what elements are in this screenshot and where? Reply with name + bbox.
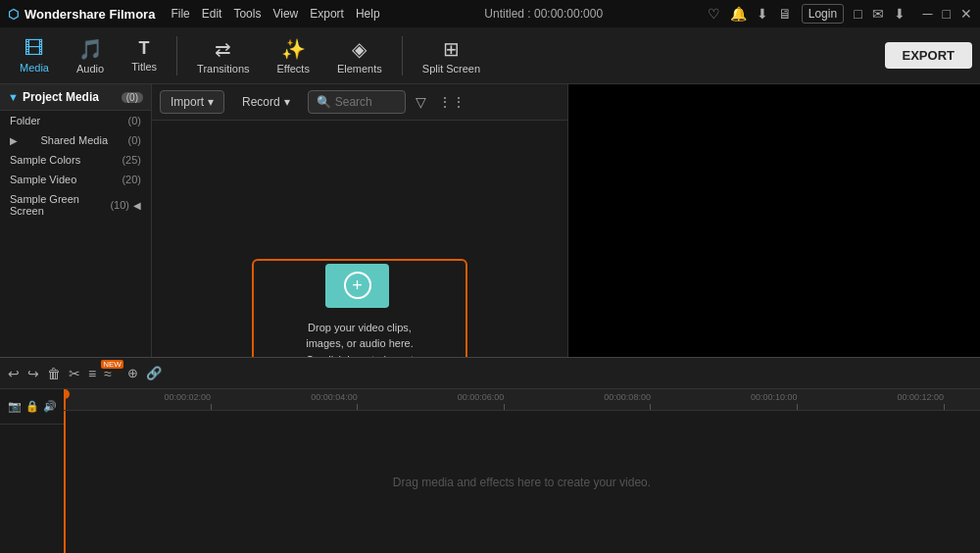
new-badge: NEW	[101, 360, 123, 369]
maximize-btn[interactable]: □	[943, 6, 951, 22]
folder-count: (0)	[128, 115, 141, 126]
timeline-ruler: 00:00:00:00 00:00:02:00 00:00:04:00 00:0…	[64, 389, 980, 553]
transitions-icon: ⇄	[215, 37, 231, 61]
tool-transitions-label: Transitions	[197, 63, 249, 75]
export-button[interactable]: EXPORT	[885, 42, 972, 69]
search-input[interactable]	[335, 95, 404, 109]
link-icon[interactable]: 🔗	[146, 366, 162, 380]
shared-expand-icon: ▶	[10, 135, 18, 146]
heart-icon[interactable]: ♡	[708, 6, 720, 22]
tool-effects-label: Effects	[277, 63, 310, 75]
toolbar-separator2	[402, 36, 403, 75]
tool-media-label: Media	[20, 62, 49, 74]
sidebar-item-green-screen[interactable]: Sample Green Screen (10) ◀	[0, 189, 151, 221]
import-button[interactable]: Import ▾	[160, 90, 224, 114]
lock-track-icon[interactable]: 🔒	[25, 400, 39, 413]
grid-view-icon[interactable]: ⋮⋮	[436, 92, 467, 112]
sidebar-item-folder[interactable]: Folder (0)	[0, 111, 151, 130]
menu-view[interactable]: View	[272, 7, 298, 21]
ruler-label-6: 00:00:12:00	[898, 392, 945, 402]
folder-collapse-icon[interactable]: ▼	[8, 91, 19, 103]
mail-icon[interactable]: ✉	[872, 6, 884, 22]
menu-tools[interactable]: Tools	[233, 7, 261, 21]
record-label: Record	[242, 95, 280, 109]
timeline-bottom-left: ⊕ 🔗	[127, 359, 162, 388]
ruler-line-6	[944, 404, 945, 410]
menu-edit[interactable]: Edit	[202, 7, 222, 21]
close-btn[interactable]: ✕	[960, 6, 972, 22]
tool-titles-label: Titles	[131, 61, 157, 73]
media-toolbar: Import ▾ Record ▾ 🔍 ▽ ⋮⋮	[152, 84, 567, 121]
menu-export[interactable]: Export	[310, 7, 344, 21]
sample-video-count: (20)	[122, 174, 141, 185]
elements-icon: ◈	[352, 37, 367, 61]
monitor-icon[interactable]: 🖥	[778, 6, 792, 22]
download-icon[interactable]: ⬇	[757, 6, 768, 22]
titles-icon: T	[139, 38, 150, 59]
speed-icon[interactable]: ≈ NEW	[104, 366, 112, 381]
app-brand: Wondershare Filmora	[24, 7, 155, 22]
app-logo: ⬡ Wondershare Filmora	[8, 7, 155, 22]
record-button[interactable]: Record ▾	[232, 91, 300, 113]
ruler-line-5	[797, 404, 798, 410]
sample-colors-label: Sample Colors	[10, 154, 80, 166]
menu-bar: File Edit Tools View Export Help	[171, 7, 379, 21]
login-button[interactable]: Login	[802, 4, 844, 24]
drop-hint: Drag media and effects here to create yo…	[393, 476, 651, 489]
tool-effects[interactable]: ✨ Effects	[266, 33, 321, 78]
record-dropdown-icon: ▾	[284, 95, 290, 109]
track-control-video: 📷 🔒 🔊	[0, 389, 64, 425]
notification-icon[interactable]: 🔔	[730, 6, 747, 22]
audio-track-icon[interactable]: 🔊	[43, 400, 57, 413]
tool-elements[interactable]: ◈ Elements	[325, 33, 394, 78]
window-restore[interactable]: □	[854, 6, 861, 22]
ruler-mark-1: 00:00:02:00	[211, 404, 212, 410]
sample-colors-count: (25)	[122, 154, 141, 166]
green-screen-count: (10)	[110, 199, 129, 211]
sample-video-label: Sample Video	[10, 174, 76, 185]
ruler-mark-2: 00:00:04:00	[357, 404, 358, 410]
split-screen-icon: ⊞	[443, 37, 460, 61]
ruler-label-2: 00:00:04:00	[311, 392, 358, 402]
ruler-mark-5: 00:00:10:00	[797, 404, 798, 410]
delete-icon[interactable]: 🗑	[47, 366, 61, 381]
title-bar: ⬡ Wondershare Filmora File Edit Tools Vi…	[0, 0, 980, 27]
tool-split-label: Split Screen	[422, 63, 480, 75]
sidebar-item-sample-video[interactable]: Sample Video (20)	[0, 170, 151, 189]
shared-media-count: (0)	[128, 134, 141, 146]
timeline-left-controls: 📷 🔒 🔊	[0, 389, 64, 553]
tool-audio[interactable]: 🎵 Audio	[65, 33, 116, 78]
ruler-mark-4: 00:00:08:00	[650, 404, 651, 410]
add-track-icon[interactable]: ⊕	[127, 366, 138, 380]
tool-split-screen[interactable]: ⊞ Split Screen	[411, 33, 492, 78]
ruler-line-3	[504, 404, 505, 410]
green-screen-arrow: ◀	[133, 200, 141, 211]
title-center: Untitled : 00:00:00:000	[484, 7, 603, 21]
plus-circle: +	[344, 272, 371, 299]
cut-icon[interactable]: ✂	[69, 366, 80, 381]
undo-icon[interactable]: ↩	[8, 366, 20, 381]
redo-icon[interactable]: ↪	[27, 366, 39, 381]
account-icon[interactable]: ⬇	[894, 6, 906, 22]
audio-icon: 🎵	[78, 37, 103, 61]
tool-transitions[interactable]: ⇄ Transitions	[185, 33, 261, 78]
menu-help[interactable]: Help	[356, 7, 380, 21]
clapper-body: +	[325, 264, 389, 308]
project-media-count: (0)	[122, 92, 143, 103]
track-area[interactable]: Drag media and effects here to create yo…	[64, 411, 980, 553]
ruler-label-5: 00:00:10:00	[751, 392, 798, 402]
tool-titles[interactable]: T Titles	[120, 34, 169, 76]
timeline: ↩ ↪ 🗑 ✂ ≡ ≈ NEW ⊕ 🔗 📷 🔒 🔊 00:00:00:00	[0, 357, 980, 553]
search-box[interactable]: 🔍	[308, 90, 406, 114]
tool-elements-label: Elements	[337, 63, 382, 75]
import-dropdown-icon: ▾	[208, 95, 214, 109]
filter-icon[interactable]: ▽	[414, 92, 428, 112]
minimize-btn[interactable]: ─	[923, 6, 933, 22]
sidebar-item-sample-colors[interactable]: Sample Colors (25)	[0, 150, 151, 170]
sidebar-item-shared-media[interactable]: ▶ Shared Media (0)	[0, 130, 151, 150]
menu-file[interactable]: File	[171, 7, 189, 21]
video-track-icon[interactable]: 📷	[8, 400, 22, 413]
split-icon[interactable]: ≡	[88, 366, 96, 381]
ruler-mark-6: 00:00:12:00	[944, 404, 945, 410]
tool-media[interactable]: 🎞 Media	[8, 33, 61, 77]
